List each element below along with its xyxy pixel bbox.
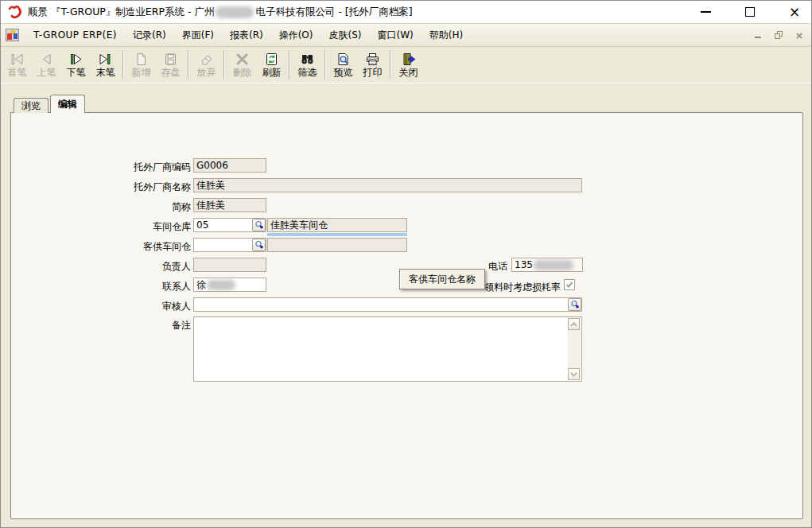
menu-help[interactable]: 帮助(H): [422, 24, 471, 46]
customer-workshop-warehouse-name-field: [267, 238, 407, 252]
short-name-label: 简称: [87, 200, 191, 214]
toolbar-separator: [122, 50, 124, 80]
auditor-label: 审核人: [87, 299, 191, 313]
privacy-blur: [207, 280, 235, 290]
check-icon: [565, 281, 573, 289]
remarks-label: 备注: [87, 318, 191, 332]
toolbar-separator: [223, 50, 225, 80]
customer-workshop-warehouse-label: 客供车间仓: [87, 239, 191, 254]
contact-input[interactable]: 徐: [193, 278, 266, 292]
tab-edit[interactable]: 编辑: [50, 95, 85, 113]
customer-workshop-warehouse-lookup-button[interactable]: [252, 239, 266, 251]
refresh-icon: [263, 52, 280, 67]
filter-button[interactable]: 筛选: [293, 47, 322, 83]
close-form-button[interactable]: 关闭: [394, 47, 423, 83]
close-button[interactable]: ×: [786, 4, 803, 20]
menu-interface[interactable]: 界面(F): [174, 24, 222, 46]
tab-browse[interactable]: 浏览: [14, 98, 49, 113]
minimize-button[interactable]: [697, 4, 714, 20]
tooltip-customer-warehouse-name: 客供车间仓名称: [399, 269, 485, 289]
magnifier-icon: [570, 300, 580, 309]
app-logo-icon: [7, 4, 23, 20]
loss-rate-checkbox[interactable]: [564, 279, 575, 290]
new-button: 新增: [126, 47, 156, 83]
toolbar-separator: [188, 50, 189, 80]
print-button[interactable]: 打印: [358, 47, 387, 83]
preview-icon: [335, 52, 352, 67]
vendor-name-label: 托外厂商名称: [87, 180, 191, 194]
prev-record-icon: [38, 52, 55, 67]
scroll-down-button[interactable]: [568, 368, 580, 380]
maximize-button[interactable]: [741, 4, 759, 20]
toolbar-separator: [390, 50, 391, 80]
form-client-area: 浏览 编辑 托外厂商编码 G0006 托外厂商名称 佳胜美 简称 佳胜美 车间仓…: [1, 83, 811, 528]
scroll-up-button[interactable]: [568, 318, 580, 330]
delete-icon: [234, 52, 251, 67]
discard-icon: [198, 52, 215, 67]
manager-label: 负责人: [87, 259, 191, 274]
title-bar: 顺景 『T-GROUP』制造业ERP系统 - 广州电子科技有限公司 - [托外厂…: [1, 1, 811, 23]
remarks-input[interactable]: [193, 316, 582, 382]
menu-tgroup-erp[interactable]: T-GROUP ERP(E): [25, 24, 125, 46]
privacy-blur: [216, 6, 254, 18]
prev-record-button: 上笔: [32, 47, 61, 83]
magnifier-icon: [254, 240, 264, 250]
toolbar: 首笔 上笔 下笔 末笔 新增 存盘 放弃 删除: [1, 47, 811, 83]
menu-bar: T-GROUP ERP(E) 记录(R) 界面(F) 报表(R) 操作(O) 皮…: [1, 23, 811, 47]
remarks-scrollbar[interactable]: [568, 318, 581, 380]
tab-strip: 浏览 编辑: [14, 95, 87, 113]
preview-button[interactable]: 预览: [328, 47, 358, 83]
close-icon: ×: [789, 6, 800, 19]
next-record-icon: [68, 52, 84, 67]
phone-input[interactable]: 135: [511, 258, 583, 272]
delete-button: 删除: [227, 47, 257, 83]
short-name-field: 佳胜美: [193, 198, 266, 212]
toolbar-separator: [324, 50, 326, 80]
menu-report[interactable]: 报表(R): [222, 24, 271, 46]
child-minimize-button[interactable]: [752, 29, 763, 41]
menu-skin[interactable]: 皮肤(S): [321, 24, 370, 46]
vendor-name-field: 佳胜美: [193, 178, 582, 192]
next-record-button[interactable]: 下笔: [61, 47, 91, 83]
menu-record[interactable]: 记录(R): [125, 24, 174, 46]
chevron-up-icon: [570, 322, 577, 327]
maximize-icon: [745, 7, 755, 17]
first-record-button: 首笔: [2, 47, 32, 83]
save-icon: [162, 52, 179, 67]
chevron-down-icon: [570, 372, 577, 377]
magnifier-icon: [254, 220, 264, 230]
privacy-blur: [534, 260, 573, 270]
child-close-icon: ×: [795, 30, 804, 41]
workshop-warehouse-name-field: 佳胜美车间仓: [267, 218, 407, 232]
workshop-warehouse-code-input[interactable]: 05: [193, 218, 266, 232]
menu-window[interactable]: 窗口(W): [369, 24, 421, 46]
child-minimize-icon: [755, 37, 761, 38]
customer-workshop-warehouse-code-input[interactable]: [193, 238, 266, 252]
auditor-lookup-button[interactable]: [568, 298, 581, 311]
child-system-menu-icon[interactable]: [6, 29, 19, 41]
child-restore-button[interactable]: [773, 29, 784, 41]
child-close-button[interactable]: ×: [794, 29, 805, 41]
toolbar-separator: [289, 50, 290, 80]
exit-door-icon: [400, 52, 417, 67]
vendor-code-label: 托外厂商编码: [87, 160, 191, 174]
erp-window: 顺景 『T-GROUP』制造业ERP系统 - 广州电子科技有限公司 - [托外厂…: [0, 0, 812, 528]
refresh-button[interactable]: 刷新: [257, 47, 286, 83]
last-record-button[interactable]: 末笔: [91, 47, 120, 83]
vendor-code-field: G0006: [193, 158, 266, 173]
focus-highlight-bar: [267, 233, 407, 236]
window-title: 顺景 『T-GROUP』制造业ERP系统 - 广州电子科技有限公司 - [托外厂…: [28, 6, 413, 19]
auditor-input[interactable]: [193, 297, 582, 312]
last-record-icon: [97, 52, 114, 67]
filter-icon: [299, 52, 316, 67]
new-icon: [133, 52, 150, 67]
first-record-icon: [9, 52, 25, 67]
workshop-warehouse-lookup-button[interactable]: [252, 219, 266, 231]
menu-operation[interactable]: 操作(O): [271, 24, 321, 46]
edit-panel: 托外厂商编码 G0006 托外厂商名称 佳胜美 简称 佳胜美 车间仓库 05 佳…: [10, 112, 803, 519]
save-button: 存盘: [156, 47, 185, 83]
contact-label: 联系人: [87, 279, 191, 293]
manager-field: [193, 258, 266, 272]
discard-button: 放弃: [192, 47, 221, 83]
child-restore-icon: [775, 31, 783, 39]
